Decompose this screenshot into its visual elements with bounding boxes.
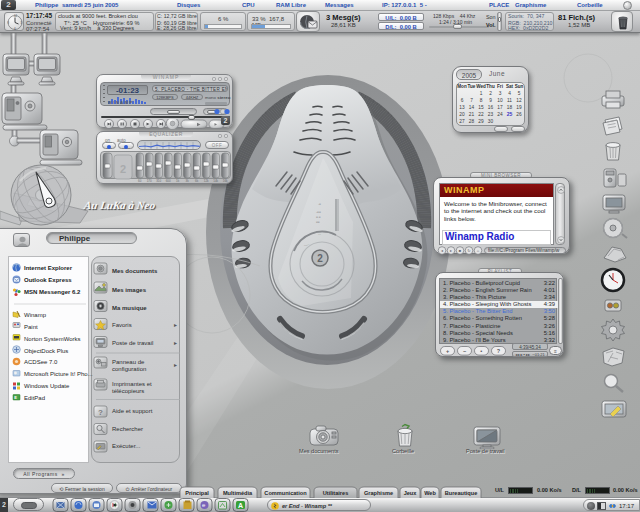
svg-text:19: 19: [516, 105, 522, 110]
svg-text:EditPad: EditPad: [24, 395, 45, 401]
svg-text:Mes images: Mes images: [112, 287, 147, 293]
svg-text:A: A: [238, 502, 243, 509]
svg-text:10: 10: [497, 98, 503, 103]
svg-text:Bureautique: Bureautique: [445, 490, 478, 496]
svg-text:__..: __..: [303, 242, 309, 246]
svg-text:−: −: [463, 348, 466, 354]
svg-text:13: 13: [459, 105, 465, 110]
svg-text:ACDSee 7.0: ACDSee 7.0: [24, 359, 58, 365]
svg-text:▸: ▸: [174, 340, 177, 346]
svg-text:Principal: Principal: [185, 490, 209, 496]
svg-text:15: 15: [478, 105, 484, 110]
svg-text:18: 18: [507, 105, 513, 110]
svg-text:Internet Explorer: Internet Explorer: [24, 265, 73, 271]
svg-text:.=: .=: [318, 202, 321, 206]
svg-text:Tue: Tue: [468, 84, 476, 89]
svg-text:=.=: =.=: [316, 215, 321, 219]
svg-text:Windows Update: Windows Update: [24, 383, 70, 389]
svg-text:MSN Messenger 6.2: MSN Messenger 6.2: [24, 289, 81, 295]
svg-text:Ma musique: Ma musique: [112, 305, 147, 311]
svg-text:6: 6: [461, 98, 464, 103]
svg-text:Paint: Paint: [24, 324, 38, 330]
svg-text:8: 8: [480, 98, 483, 103]
svg-text:16: 16: [488, 105, 494, 110]
svg-text:+: +: [446, 348, 449, 354]
svg-text:14k: 14k: [213, 179, 218, 183]
svg-text:1: 1: [480, 91, 483, 96]
svg-text:Poste de travail: Poste de travail: [112, 340, 153, 346]
svg-text:22: 22: [478, 112, 484, 117]
svg-text:Web: Web: [424, 490, 436, 496]
svg-text:Microsoft Picture It! Pho...: Microsoft Picture It! Pho...: [24, 371, 93, 377]
svg-text:Utilitaires: Utilitaires: [323, 490, 349, 496]
svg-text:▸: ▸: [174, 322, 177, 328]
svg-text:27: 27: [459, 119, 465, 124]
svg-text:30: 30: [488, 119, 494, 124]
svg-text:ObjectDock Plus: ObjectDock Plus: [24, 348, 68, 354]
svg-text:▸: ▸: [450, 248, 452, 253]
svg-text:24: 24: [497, 112, 503, 117]
svg-text:==: ==: [316, 220, 320, 224]
svg-text:Sun: Sun: [515, 84, 524, 89]
svg-text:Wed: Wed: [476, 84, 486, 89]
svg-text:Thu: Thu: [486, 84, 495, 89]
svg-text:3: 3: [20, 20, 22, 24]
svg-text:Fri: Fri: [497, 84, 503, 89]
svg-text:12: 12: [516, 98, 522, 103]
svg-text:28: 28: [469, 119, 475, 124]
svg-text:6k: 6k: [195, 179, 199, 183]
svg-text:---: ---: [318, 232, 321, 236]
svg-text:Exécuter...: Exécuter...: [112, 443, 141, 449]
svg-text:9: 9: [7, 20, 9, 24]
svg-text:Imprimantes et: Imprimantes et: [112, 381, 152, 387]
svg-text:▪: ▪: [481, 348, 483, 354]
svg-text:23: 23: [488, 112, 494, 117]
svg-text:Jeux: Jeux: [404, 490, 418, 496]
svg-text:Graphisme: Graphisme: [364, 490, 393, 496]
svg-text:3: 3: [499, 91, 502, 96]
svg-text:5: 5: [518, 91, 521, 96]
svg-text:Sat: Sat: [506, 84, 514, 89]
svg-text:20: 20: [459, 112, 465, 117]
svg-text:▸: ▸: [174, 362, 177, 368]
svg-text:Outlook Express: Outlook Express: [24, 277, 72, 283]
svg-text:Aide et support: Aide et support: [112, 408, 153, 414]
svg-text:E: E: [14, 395, 17, 400]
svg-text:↻: ↻: [467, 248, 470, 253]
svg-text:◂: ◂: [441, 248, 443, 253]
svg-text:29: 29: [478, 119, 484, 124]
svg-text:Communication: Communication: [264, 490, 307, 496]
svg-text:4: 4: [508, 91, 511, 96]
svg-text:?: ?: [98, 408, 103, 417]
svg-text:Favoris: Favoris: [112, 322, 132, 328]
svg-text:Winamp: Winamp: [24, 312, 47, 318]
svg-text:7: 7: [470, 98, 473, 103]
svg-text:Mes documents: Mes documents: [112, 268, 158, 274]
svg-text:6: 6: [14, 27, 16, 31]
svg-text:Mon: Mon: [457, 84, 467, 89]
svg-text:12k: 12k: [204, 179, 209, 183]
svg-text:16k: 16k: [223, 179, 228, 183]
svg-text:11: 11: [507, 98, 512, 103]
svg-text:14: 14: [469, 105, 475, 110]
svg-text:Rechercher: Rechercher: [112, 426, 143, 432]
svg-text:9: 9: [489, 98, 492, 103]
svg-text:17: 17: [497, 105, 503, 110]
svg-text:télécopieurs: télécopieurs: [112, 388, 144, 394]
svg-text:3k: 3k: [186, 179, 190, 183]
svg-text:configuration: configuration: [112, 366, 146, 372]
svg-text:Norton SystemWorks: Norton SystemWorks: [24, 336, 81, 342]
svg-text:2: 2: [489, 91, 492, 96]
svg-text:26: 26: [516, 112, 522, 117]
svg-text:21: 21: [469, 112, 475, 117]
svg-text:Panneau de: Panneau de: [112, 359, 145, 365]
svg-text:2: 2: [317, 253, 323, 264]
svg-text:-==: -==: [316, 210, 321, 214]
svg-text:25: 25: [507, 111, 513, 117]
svg-text:Multimédia: Multimédia: [223, 490, 253, 496]
